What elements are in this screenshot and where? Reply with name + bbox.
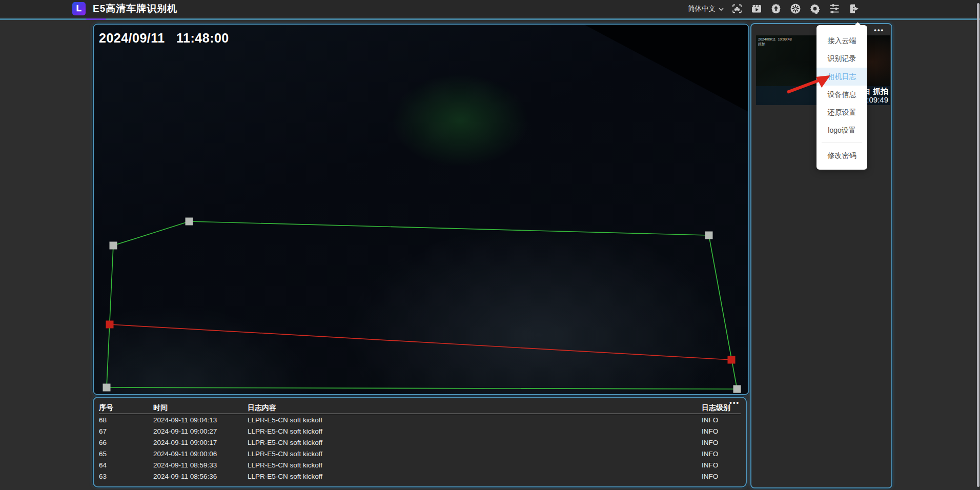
accent-progress — [86, 18, 106, 20]
page-scrollbar[interactable] — [977, 3, 979, 487]
chevron-down-icon — [719, 5, 724, 13]
log-index: 63 — [99, 473, 153, 480]
column-header-content: 日志内容 — [248, 403, 702, 413]
log-time: 2024-09-11 09:00:06 — [153, 450, 248, 458]
video-panel[interactable]: 2024/09/11 11:48:00 — [93, 24, 749, 395]
log-time: 2024-09-11 09:04:13 — [153, 416, 248, 424]
log-level: INFO — [702, 439, 741, 446]
sidebar-more-button[interactable]: ••• — [874, 27, 884, 34]
logout-icon[interactable] — [848, 3, 860, 15]
menu-item-restore-settings[interactable]: 还原设置 — [816, 104, 867, 121]
top-bar: L E5高清车牌识别机 简体中文 — [0, 0, 980, 17]
log-content: LLPR-E5-CN soft kickoff — [248, 427, 702, 435]
log-level: INFO — [702, 473, 741, 480]
app-logo: L — [72, 2, 86, 15]
log-index: 66 — [99, 439, 153, 446]
trip-line-handle[interactable] — [106, 321, 114, 329]
detection-polygon[interactable] — [107, 221, 737, 389]
thumbnail-osd: 2024/09/11 10:09:48抓拍 — [758, 37, 792, 46]
log-index: 65 — [99, 450, 153, 458]
roi-handle[interactable] — [110, 242, 117, 250]
language-label: 简体中文 — [688, 4, 716, 13]
menu-item-change-password[interactable]: 修改密码 — [816, 147, 867, 165]
menu-item-cloud-access[interactable]: 接入云端 — [816, 32, 867, 50]
log-content: LLPR-E5-CN soft kickoff — [248, 461, 702, 469]
plate-recognition-icon[interactable] — [731, 3, 743, 15]
top-bar-actions: 简体中文 — [688, 0, 860, 17]
roi-handle[interactable] — [103, 384, 111, 392]
menu-item-device-info[interactable]: 设备信息 — [816, 86, 867, 104]
log-content: LLPR-E5-CN soft kickoff — [248, 416, 702, 424]
thumbnail-osd-time: 2024/09/11 10:09:48 — [758, 37, 792, 41]
thumbnail-osd-label: 抓拍 — [758, 42, 765, 46]
menu-item-recognition-records[interactable]: 识别记录 — [816, 50, 867, 68]
header-accent-line — [0, 18, 980, 20]
log-time: 2024-09-11 09:00:27 — [153, 427, 248, 435]
log-level: INFO — [702, 461, 741, 469]
log-content: LLPR-E5-CN soft kickoff — [248, 439, 702, 446]
log-level: INFO — [702, 416, 741, 424]
trip-line[interactable] — [110, 324, 731, 360]
media-icon[interactable] — [750, 3, 763, 15]
language-selector[interactable]: 简体中文 — [688, 4, 724, 13]
log-time: 2024-09-11 09:00:17 — [153, 439, 248, 446]
column-header-index: 序号 — [99, 403, 153, 413]
log-table: 序号 时间 日志内容 日志级别 68 2024-09-11 09:04:13 L… — [99, 402, 741, 482]
log-index: 67 — [99, 427, 153, 435]
column-header-level: 日志级别 — [702, 403, 741, 413]
page: L E5高清车牌识别机 简体中文 — [0, 0, 980, 490]
log-table-header: 序号 时间 日志内容 日志级别 — [99, 402, 741, 414]
more-menu: 接入云端 识别记录 相机日志 设备信息 还原设置 logo设置 修改密码 — [816, 25, 867, 170]
log-content: LLPR-E5-CN soft kickoff — [248, 450, 702, 458]
log-time: 2024-09-11 08:59:33 — [153, 461, 248, 469]
video-timestamp: 2024/09/11 11:48:00 — [99, 31, 229, 46]
log-panel: ••• 序号 时间 日志内容 日志级别 68 2024-09-11 09:04:… — [93, 397, 747, 487]
table-row: 65 2024-09-11 09:00:06 LLPR-E5-CN soft k… — [99, 448, 741, 459]
roi-handle[interactable] — [186, 218, 193, 226]
table-row: 63 2024-09-11 08:56:36 LLPR-E5-CN soft k… — [99, 471, 741, 482]
upgrade-icon[interactable] — [770, 3, 782, 15]
table-row: 67 2024-09-11 09:00:27 LLPR-E5-CN soft k… — [99, 425, 741, 437]
log-content: LLPR-E5-CN soft kickoff — [248, 473, 702, 480]
aperture-icon[interactable] — [789, 3, 802, 15]
log-time: 2024-09-11 08:56:36 — [153, 473, 248, 480]
table-row: 68 2024-09-11 09:04:13 LLPR-E5-CN soft k… — [99, 414, 741, 425]
menu-divider — [822, 142, 862, 143]
parameter-sliders-icon[interactable] — [828, 3, 841, 15]
settings-gear-icon[interactable] — [809, 3, 821, 15]
log-index: 68 — [99, 416, 153, 424]
roi-handle[interactable] — [733, 385, 741, 393]
menu-item-logo-settings[interactable]: logo设置 — [816, 121, 867, 139]
log-level: INFO — [702, 427, 741, 435]
menu-item-camera-log[interactable]: 相机日志 — [816, 68, 867, 86]
roi-overlay — [94, 25, 748, 394]
column-header-time: 时间 — [153, 403, 248, 413]
table-row: 66 2024-09-11 09:00:17 LLPR-E5-CN soft k… — [99, 437, 741, 448]
app-title: E5高清车牌识别机 — [93, 0, 177, 17]
table-row: 64 2024-09-11 08:59:33 LLPR-E5-CN soft k… — [99, 459, 741, 471]
roi-handle[interactable] — [705, 232, 713, 239]
log-level: INFO — [702, 450, 741, 458]
log-index: 64 — [99, 461, 153, 469]
trip-line-handle[interactable] — [728, 356, 736, 364]
